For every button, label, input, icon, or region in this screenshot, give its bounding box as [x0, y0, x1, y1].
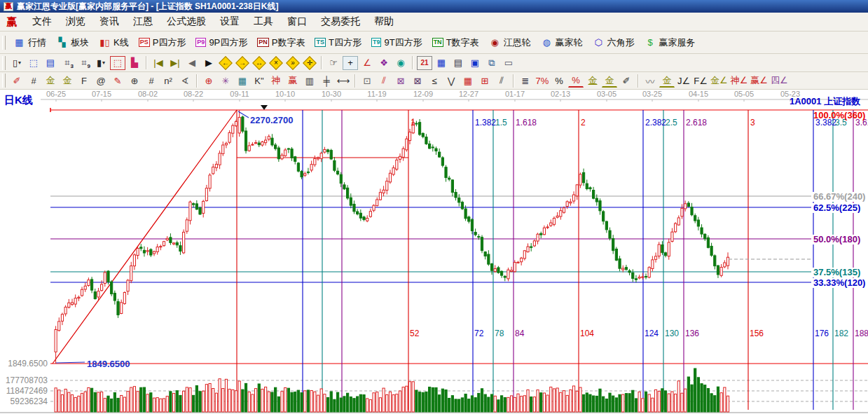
sectors-button[interactable]: ▚板块 [51, 35, 94, 50]
menu-item-window[interactable]: 窗口 [280, 14, 314, 28]
draw-pen-2-button[interactable]: ✐ [619, 74, 634, 88]
fast-right-button[interactable]: » [285, 56, 301, 70]
t-square-button[interactable]: TST四方形 [310, 35, 366, 50]
win-angle-button[interactable]: 赢∠ [750, 74, 769, 88]
star-cycle-button[interactable]: ✳ [218, 74, 233, 88]
ruler-123-button[interactable]: ▥ [302, 74, 317, 88]
calculator-button[interactable]: ▦ [434, 56, 449, 70]
n2-fence-button[interactable]: n² [160, 74, 176, 88]
price-fence-button[interactable]: # [144, 74, 159, 88]
fib-fence-button[interactable]: F [76, 74, 92, 88]
gold-fence-2-button[interactable]: 金 [60, 74, 75, 88]
shift-right-button[interactable]: → [235, 56, 250, 70]
percent-line-button[interactable]: % [568, 74, 584, 88]
draw-ruler-button[interactable]: ✎ [110, 74, 125, 88]
menu-item-news[interactable]: 资讯 [92, 14, 126, 28]
kline-chart-canvas[interactable]: 06-2507-1508-0208-2209-1110-1010-3011-19… [0, 90, 868, 414]
menu-item-tools[interactable]: 工具 [247, 14, 280, 28]
smart-analysis-button[interactable]: ◉ [393, 56, 408, 70]
spiral-button[interactable]: @ [93, 74, 109, 88]
shen-fence-button[interactable]: 神 [268, 74, 284, 88]
box-select-button[interactable]: ⊡ [359, 74, 375, 88]
report-note-button[interactable]: ▤ [450, 56, 466, 70]
win-fence-button[interactable]: 赢 [285, 74, 301, 88]
chart-area[interactable]: 06-2507-1508-0208-2209-1110-1010-3011-19… [0, 90, 868, 414]
menu-item-file[interactable]: 文件 [25, 14, 59, 28]
parallel-lines-button[interactable]: ⫽ [494, 74, 509, 88]
9p-square-button[interactable]: P99P四方形 [191, 35, 252, 50]
red-grid-box-button[interactable]: ⊞ [477, 74, 492, 88]
t-number-table-button[interactable]: TNT数字表 [427, 35, 484, 50]
toolbar-grip[interactable] [2, 56, 6, 70]
price-scale-button[interactable]: ╪ [319, 74, 334, 88]
p-number-table-button[interactable]: PNP数字表 [252, 35, 310, 50]
kline-button[interactable]: ▮▯K线 [94, 35, 134, 50]
zoom-out-horizontal-button[interactable]: ↔ [252, 56, 267, 70]
gold-line-button[interactable]: 金 [602, 74, 617, 88]
toolbar-grip[interactable] [2, 36, 6, 50]
j-angle-button[interactable]: J∠ [676, 74, 691, 88]
market-quotes-button[interactable]: ▦行情 [8, 35, 51, 50]
9t-square-button[interactable]: T99T四方形 [366, 35, 427, 50]
stats-bars-button[interactable]: ≣ [518, 74, 533, 88]
f-angle-button[interactable]: F∠ [693, 74, 708, 88]
angle-measure-button[interactable]: ∠ [359, 56, 375, 70]
time-circle-button[interactable]: ⊕ [127, 74, 142, 88]
box-fan-button[interactable]: ⊠ [410, 74, 425, 88]
percent-button[interactable]: % [551, 74, 567, 88]
menu-item-trade-entrust[interactable]: 交易委托 [314, 14, 367, 28]
menu-item-browse[interactable]: 浏览 [59, 14, 92, 28]
winner-wheel-button[interactable]: ◍赢家轮 [536, 35, 588, 50]
wave-pair-button[interactable]: 〰 [642, 74, 658, 88]
menu-item-formula-stock-pick[interactable]: 公式选股 [160, 14, 213, 28]
compress-9-button[interactable]: ⌗9 [76, 56, 92, 70]
period-day-dropdown-button[interactable]: ▯▾ [9, 56, 25, 70]
gold-angle-button[interactable]: 金∠ [710, 74, 729, 88]
first-page-button[interactable]: |◀ [151, 56, 166, 70]
hexagon-button[interactable]: ⬡六角形 [588, 35, 640, 50]
calendar-21-button[interactable]: 21 [417, 56, 432, 70]
toolbar-grip[interactable] [2, 74, 6, 88]
menu-item-gann[interactable]: 江恩 [126, 14, 160, 28]
gold-circle-button[interactable]: 金 [585, 74, 600, 88]
angle-scan-button[interactable]: ∢ [177, 74, 193, 88]
v-wave-button[interactable]: ⋁ [443, 74, 459, 88]
menu-item-settings[interactable]: 设置 [213, 14, 247, 28]
note-list-button[interactable]: ▤ [43, 56, 58, 70]
fit-screen-button[interactable]: ✛ [302, 56, 317, 70]
shen-angle-button[interactable]: 神∠ [730, 74, 749, 88]
page-right-button[interactable]: ▶ [201, 56, 216, 70]
zoom-in-horizontal-button[interactable]: × [268, 56, 284, 70]
gann-wheel-button[interactable]: ◉江恩轮 [484, 35, 536, 50]
page-left-button[interactable]: ◀ [184, 56, 200, 70]
p-square-button[interactable]: PSP四方形 [134, 35, 191, 50]
menu-item-help[interactable]: 帮助 [367, 14, 401, 28]
fan-box-button[interactable]: ⊠ [393, 74, 408, 88]
k-mark-button[interactable]: K" [252, 74, 267, 88]
candlestick-series[interactable] [55, 110, 729, 364]
save-disk-button[interactable]: ▣ [467, 56, 483, 70]
winner-service-button[interactable]: $赢家服务 [640, 35, 701, 50]
time-fence-button[interactable]: # [26, 74, 41, 88]
width-measure-button[interactable]: ⟷ [336, 74, 351, 88]
save-history-button[interactable]: ⧉ [484, 56, 500, 70]
trend-angles-button[interactable]: ≤ [427, 74, 442, 88]
shift-left-button[interactable]: ← [218, 56, 233, 70]
red-fan-button[interactable]: ⫽ [376, 74, 392, 88]
percent-slash-button[interactable]: 7% [535, 74, 550, 88]
single-candle-dropdown-button[interactable]: ▮▾ [93, 56, 109, 70]
volume-profile-button[interactable]: ▙ [127, 56, 142, 70]
gann-tool-purple-button[interactable]: ❖ [376, 56, 392, 70]
circle-target-button[interactable]: ⊕ [201, 74, 216, 88]
hand-tool-button[interactable]: ☞ [326, 56, 341, 70]
crosshair-tool-button[interactable]: + [343, 56, 358, 70]
region-statistics-button[interactable]: ⬚ [110, 56, 125, 70]
red-grid-button[interactable]: ▦ [460, 74, 476, 88]
zoom-region-button[interactable]: ⬚ [26, 56, 41, 70]
workstation-button[interactable]: ▭ [501, 56, 516, 70]
gold-underline-button[interactable]: 金 [659, 74, 675, 88]
draw-pen-button[interactable]: ✐ [9, 74, 25, 88]
si-angle-button[interactable]: 四∠ [770, 74, 789, 88]
compress-3-button[interactable]: ⌗3 [60, 56, 75, 70]
volume-series[interactable] [55, 368, 729, 412]
